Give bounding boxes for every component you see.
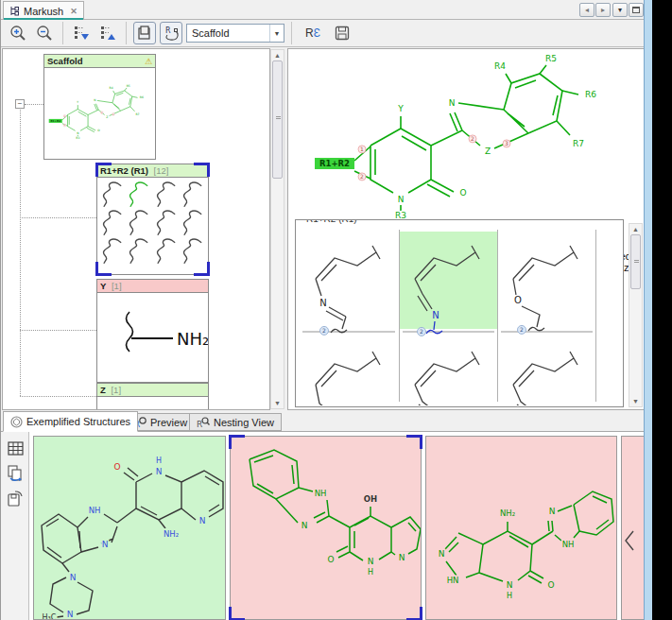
atom-label: N (302, 521, 308, 530)
dropdown-arrow-icon: ▼ (269, 25, 284, 42)
fragment-thumb-selected[interactable] (129, 180, 149, 208)
atom-label: 2 (520, 326, 524, 333)
atom-label: HN (447, 576, 459, 585)
renum-brace-glyph: Ɛ (314, 26, 320, 40)
nesting-icon: R (197, 416, 210, 428)
panel-icon (137, 26, 152, 41)
main-toolbar: R Scaffold ▼ RƐ (1, 20, 645, 47)
y-node-header[interactable]: Y [1] (97, 280, 208, 293)
rgroup-cell-2-selected[interactable]: N2 (400, 232, 497, 329)
zoom-in-button[interactable] (7, 22, 29, 44)
fragment-thumb[interactable] (156, 236, 177, 265)
tab-markush[interactable]: Markush ✕ (3, 1, 84, 20)
copy-structures-button[interactable] (5, 463, 26, 484)
atom-label: NH (562, 540, 575, 549)
tree-node-scaffold[interactable]: Scaffold ⚠ R4R5R6R7YNZNOR3R1+R21223 (43, 54, 156, 160)
scaffold-selector-value: Scaffold (187, 27, 269, 39)
atom-label: NH₂ (164, 529, 179, 539)
fragment-thumb[interactable] (102, 236, 123, 265)
bottom-tabbar: Exemplified Structures R Preview R Nesti… (1, 410, 645, 432)
save-export-button[interactable] (331, 22, 353, 44)
fragment-thumb[interactable] (156, 208, 177, 236)
rgroup-cell-4[interactable]: O (301, 337, 398, 407)
tree-node-y[interactable]: Y [1] NH₂ (96, 279, 209, 383)
scroll-down-arrow[interactable]: ▼ (629, 398, 642, 405)
tree-node-z[interactable]: Z [1] (96, 383, 209, 410)
atom-label: N (368, 557, 374, 566)
tab-nesting-view[interactable]: R Nesting View (189, 413, 282, 431)
exemplified-card-2-selected[interactable]: NHNOHONHN (230, 436, 422, 620)
selection-bracket (229, 607, 245, 620)
atom-label: H (156, 456, 162, 465)
exemplified-card-1[interactable]: OHNNNH₂NHNNNH₃C (33, 436, 226, 620)
nav-back-button[interactable]: ◂ (579, 3, 594, 17)
rgroup-structure-1: N2 (301, 232, 395, 337)
fragment-thumb[interactable] (182, 208, 203, 236)
tree-expander[interactable]: − (15, 99, 25, 109)
expand-all-icon (74, 26, 90, 42)
atom-label: N (449, 98, 456, 108)
rgroup-structure-3: O2 (498, 232, 593, 337)
fragment-thumb[interactable] (129, 236, 149, 265)
structures-icon (10, 416, 23, 428)
tab-label: Exemplified Structures (26, 416, 130, 427)
r1r2-node-header[interactable]: R1+R2 (R1) [12] (97, 164, 208, 178)
exemplified-card-4-partial[interactable] (621, 436, 645, 620)
y-node-title: Y (100, 281, 106, 291)
zoom-out-button[interactable] (33, 22, 56, 44)
scroll-down-arrow[interactable]: ▼ (271, 400, 284, 406)
scaffold-selector-dropdown[interactable]: Scaffold ▼ (186, 24, 284, 43)
fragment-thumb[interactable] (102, 208, 123, 236)
bottom-side-toolbar (1, 432, 29, 620)
collapse-all-button[interactable] (96, 22, 119, 44)
y-definition-structure: NH₂ (97, 293, 208, 382)
atom-label: R1+R2 (50, 119, 60, 123)
rgroup-cell-1[interactable]: N2 (301, 232, 398, 329)
scaffold-structure[interactable]: R4R5R6R7YNZNOR3R1+R21223 (292, 51, 644, 221)
svg-text:R: R (165, 26, 171, 35)
enumerate-rgroups-button[interactable]: RƐ (299, 22, 327, 44)
definitions-scrollbar[interactable]: ▲ ▼ (629, 223, 643, 407)
tab-list-dropdown-button[interactable]: ▾ (612, 3, 628, 17)
fragment-thumb[interactable] (182, 180, 203, 208)
tab-label: Preview (150, 417, 187, 428)
atom-label: N (439, 549, 445, 559)
scrollbar-thumb[interactable] (272, 60, 283, 179)
scroll-up-arrow[interactable]: ▲ (271, 52, 284, 59)
rgroup-cell-6[interactable] (498, 337, 595, 407)
tree-node-r1r2[interactable]: R1+R2 (R1) [12] (96, 164, 209, 275)
exemplified-card-3[interactable]: NH₂NNHNNHONH (425, 436, 617, 620)
scaffold-thumbnail-structure: R4R5R6R7YNZNOR3R1+R21223 (44, 68, 154, 157)
document-tabbar: Markush ✕ ◂ ▸ ▾ (1, 0, 645, 20)
tree-scrollbar[interactable]: ▲ ▼ (270, 49, 284, 409)
fragment-thumb[interactable] (182, 236, 203, 265)
fragment-thumb[interactable] (156, 180, 177, 208)
tab-close-icon[interactable]: ✕ (70, 7, 78, 16)
atom-label: N (94, 98, 95, 102)
exemplified-structure-1: OHNNNH₂NHNNNH₃C (34, 437, 225, 619)
atom-label: 2 (471, 135, 474, 142)
nav-forward-button[interactable]: ▸ (595, 3, 611, 17)
tab-exemplified-structures[interactable]: Exemplified Structures (3, 411, 138, 432)
rgroup-lasso-toggle-button[interactable]: R (160, 22, 182, 44)
atom-label: OH (364, 494, 377, 504)
fragment-thumb[interactable] (102, 180, 123, 208)
scroll-up-arrow[interactable]: ▲ (629, 226, 642, 232)
rgroup-cell-3[interactable]: O2 (498, 232, 595, 329)
svg-text:R: R (197, 420, 202, 428)
scaffold-view-toggle-button[interactable] (133, 22, 156, 44)
expand-all-button[interactable] (70, 22, 93, 44)
atom-label: N (432, 310, 439, 320)
atom-label: R5 (127, 84, 130, 88)
atom-label: O (113, 462, 120, 472)
scaffold-node-header[interactable]: Scaffold ⚠ (44, 55, 155, 68)
table-view-button[interactable] (5, 438, 26, 458)
z-node-count: [1] (111, 385, 121, 395)
export-structures-button[interactable] (5, 489, 26, 509)
rgroup-cell-5[interactable] (400, 337, 497, 407)
cell-separator (595, 230, 596, 402)
fragment-thumb[interactable] (129, 208, 149, 236)
restore-window-button[interactable] (629, 3, 644, 17)
scrollbar-thumb[interactable] (630, 234, 641, 289)
z-node-header[interactable]: Z [1] (97, 384, 208, 397)
